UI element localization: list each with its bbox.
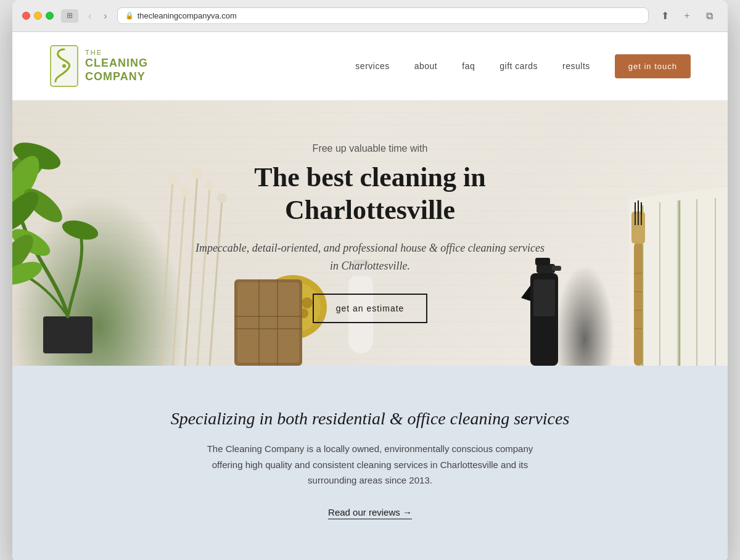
sidebar-toggle[interactable]: ⊞ (61, 9, 78, 23)
logo[interactable]: THE CLEANING COMPANY (49, 44, 148, 88)
traffic-lights (22, 12, 54, 20)
hero-cta-button[interactable]: get an estimate (313, 294, 428, 323)
bamboo-toothbrush (623, 193, 654, 366)
svg-point-13 (168, 175, 178, 184)
svg-line-12 (160, 181, 173, 366)
svg-rect-2 (43, 316, 92, 353)
svg-point-1 (62, 64, 66, 68)
about-section: Specializing in both residential & offic… (12, 366, 728, 560)
tabs-button[interactable]: ⧉ (701, 9, 718, 23)
share-button[interactable]: ⬆ (656, 9, 673, 23)
logo-icon (49, 44, 79, 88)
maximize-button[interactable] (46, 12, 54, 20)
logo-company: COMPANY (85, 70, 148, 84)
website-content: THE CLEANING COMPANY services about faq … (12, 32, 728, 560)
svg-rect-36 (634, 242, 643, 366)
new-tab-button[interactable]: + (678, 9, 696, 23)
browser-actions: ⬆ + ⧉ (656, 9, 718, 23)
about-description: The Cleaning Company is a locally owned,… (197, 441, 543, 488)
nav-about[interactable]: about (414, 61, 438, 71)
hero-subtitle: Free up valuable time with (191, 143, 549, 154)
address-bar[interactable]: 🔒 thecleaningcompanyva.com (117, 7, 649, 24)
lock-icon: 🔒 (125, 12, 134, 20)
back-button[interactable]: ‹ (86, 9, 94, 23)
nav-services[interactable]: services (355, 61, 389, 71)
logo-text: THE CLEANING COMPANY (85, 49, 148, 83)
browser-window: ⊞ ‹ › 🔒 thecleaningcompanyva.com ⬆ + ⧉ (12, 0, 728, 560)
url-text: thecleaningcompanyva.com (138, 11, 237, 20)
main-nav: services about faq gift cards results ge… (355, 54, 691, 78)
minimize-button[interactable] (34, 12, 42, 20)
nav-faq[interactable]: faq (462, 61, 475, 71)
site-header: THE CLEANING COMPANY services about faq … (12, 32, 728, 101)
close-button[interactable] (22, 12, 30, 20)
logo-cleaning: CLEANING (85, 57, 148, 70)
reviews-link[interactable]: Read our reviews → (328, 507, 412, 519)
nav-cta-button[interactable]: get in touch (615, 54, 691, 78)
nav-gift-cards[interactable]: gift cards (500, 61, 538, 71)
about-heading: Specializing in both residential & offic… (37, 409, 703, 429)
nav-results[interactable]: results (562, 61, 590, 71)
logo-the: THE (85, 49, 148, 57)
hero-description: Impeccable, detail-oriented, and profess… (191, 239, 549, 275)
hero-section: Free up valuable time with The best clea… (12, 101, 728, 366)
hero-title: The best cleaning in Charlottesville (191, 162, 549, 227)
hero-content: Free up valuable time with The best clea… (179, 106, 561, 360)
forward-button[interactable]: › (101, 9, 109, 23)
browser-chrome: ⊞ ‹ › 🔒 thecleaningcompanyva.com ⬆ + ⧉ (12, 0, 728, 32)
